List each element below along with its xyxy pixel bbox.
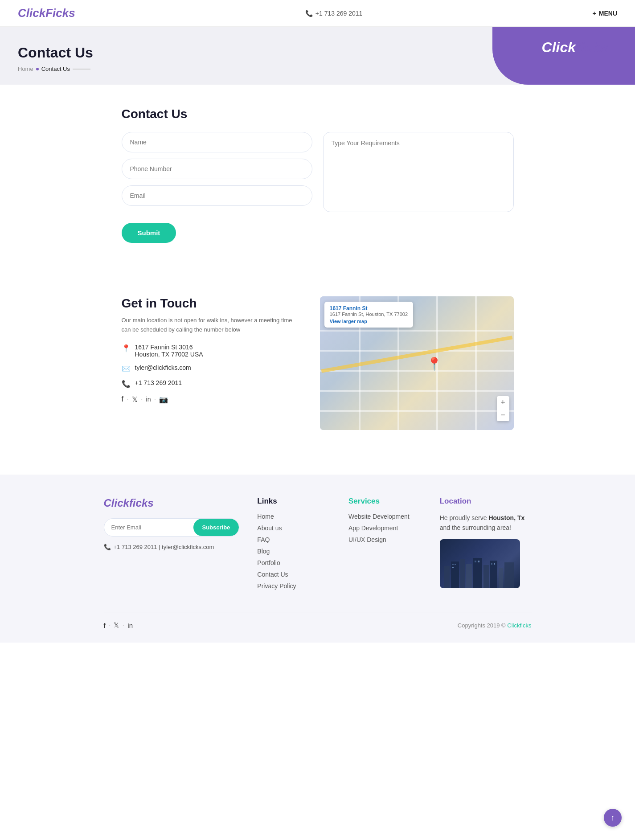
zoom-out-button[interactable]: − — [497, 409, 509, 421]
email-subscribe-form: Subscribe — [104, 518, 240, 537]
social-dot-3: • — [154, 397, 156, 402]
form-right — [323, 132, 514, 214]
footer-link-home[interactable]: Home — [257, 513, 331, 520]
footer-bottom-social: f • 𝕏 • in — [104, 621, 133, 629]
social-row: f • 𝕏 • in • 📷 — [122, 395, 298, 404]
footer-link-about[interactable]: About us — [257, 524, 331, 532]
contact-form-section: Contact Us Submit — [104, 85, 532, 265]
address-line2: Houston, TX 77002 USA — [135, 351, 203, 358]
svg-rect-3 — [466, 564, 472, 588]
map-popup: 1617 Fannin St 1617 Fannin St, Houston, … — [324, 302, 413, 328]
footer-logo: Clickficks — [104, 497, 240, 509]
footer-link-faq[interactable]: FAQ — [257, 536, 331, 543]
city-image — [440, 539, 520, 588]
subscribe-button[interactable]: Subscribe — [193, 519, 239, 536]
header-logo[interactable]: ClickFicks — [18, 6, 75, 20]
social-dot-2: • — [141, 397, 143, 402]
menu-button[interactable]: + MENU — [593, 10, 617, 17]
footer-service-web[interactable]: Website Development — [348, 513, 422, 520]
footer-copyright: Copyrights 2019 © Clickficks — [458, 622, 532, 629]
email-subscribe-input[interactable] — [104, 519, 193, 536]
svg-rect-8 — [504, 562, 514, 588]
email-input[interactable] — [122, 185, 312, 206]
map-area: 📍 1617 Fannin St 1617 Fannin St, Houston… — [320, 296, 514, 430]
phone-number[interactable]: +1 713 269 2011 — [135, 379, 182, 386]
contact-form-title: Contact Us — [122, 107, 514, 121]
svg-rect-6 — [490, 561, 497, 588]
phone-icon: 📞 — [305, 10, 313, 17]
submit-button[interactable]: Submit — [122, 223, 176, 243]
footer-link-blog[interactable]: Blog — [257, 548, 331, 555]
touch-description: Our main location is not open for walk i… — [122, 316, 298, 335]
get-in-touch-container: Get in Touch Our main location is not op… — [104, 274, 532, 452]
map-placeholder: 📍 1617 Fannin St 1617 Fannin St, Houston… — [320, 296, 514, 430]
footer-linkedin-icon[interactable]: in — [127, 622, 133, 629]
view-larger-map[interactable]: View larger map — [330, 319, 408, 324]
footer-link-privacy[interactable]: Privacy Policy — [257, 582, 331, 590]
phone-input[interactable] — [122, 159, 312, 179]
plus-icon: + — [593, 10, 596, 17]
form-left — [122, 132, 312, 206]
footer-social-dot-2: • — [123, 623, 124, 627]
svg-rect-1 — [451, 561, 459, 588]
phone-item: 📞 +1 713 269 2011 — [122, 379, 298, 388]
svg-rect-13 — [478, 561, 479, 562]
footer-brand-link[interactable]: Clickficks — [507, 622, 531, 629]
facebook-icon[interactable]: f — [122, 395, 123, 403]
svg-rect-11 — [452, 567, 454, 568]
breadcrumb-home[interactable]: Home — [18, 66, 33, 72]
instagram-icon[interactable]: 📷 — [159, 395, 168, 404]
header-phone: 📞 +1 713 269 2011 — [305, 10, 363, 17]
footer-services-title: Services — [348, 497, 422, 506]
svg-rect-0 — [444, 566, 450, 588]
svg-rect-9 — [452, 564, 454, 565]
email-item: ✉️ tyler@clickficks.com — [122, 364, 298, 373]
svg-rect-4 — [473, 558, 482, 588]
footer-links-title: Links — [257, 497, 331, 506]
linkedin-icon[interactable]: in — [146, 396, 151, 403]
phone-touch-icon: 📞 — [122, 380, 131, 388]
breadcrumb-separator — [36, 68, 39, 70]
breadcrumb-line — [73, 69, 90, 70]
svg-rect-14 — [491, 563, 492, 565]
header: ClickFicks 📞 +1 713 269 2011 + MENU — [0, 0, 635, 27]
location-icon: 📍 — [122, 344, 131, 352]
map-inner: 📍 1617 Fannin St 1617 Fannin St, Houston… — [320, 296, 514, 430]
footer-service-app[interactable]: App Development — [348, 524, 422, 532]
footer-location-col: Location He proudly serve Houston, Tx an… — [440, 497, 532, 594]
address-line1: 1617 Fannin St 3016 — [135, 344, 203, 351]
footer-phone-icon: 📞 — [104, 544, 111, 550]
social-dot-1: • — [127, 397, 128, 402]
zoom-in-button[interactable]: + — [497, 396, 509, 409]
footer-link-portfolio[interactable]: Portfolio — [257, 559, 331, 566]
footer-brand-col: Clickficks Subscribe 📞 +1 713 269 2011 |… — [104, 497, 240, 594]
email-address[interactable]: tyler@clickficks.com — [135, 364, 191, 371]
footer-links-col: Links Home About us FAQ Blog Portfolio C… — [257, 497, 331, 594]
twitter-icon[interactable]: 𝕏 — [132, 395, 138, 404]
footer-location-title: Location — [440, 497, 532, 506]
footer-twitter-icon[interactable]: 𝕏 — [114, 621, 119, 629]
hero-title: Contact Us — [18, 45, 617, 61]
footer-social-dot-1: • — [109, 623, 111, 627]
get-in-touch-section: Get in Touch Our main location is not op… — [0, 265, 635, 475]
footer-facebook-icon[interactable]: f — [104, 622, 106, 629]
svg-rect-10 — [455, 564, 456, 565]
breadcrumb: Home Contact Us — [18, 66, 617, 72]
hero-banner: Clickficks Contact Us Home Contact Us — [0, 27, 635, 85]
footer-contact-info: 📞 +1 713 269 2011 | tyler@clickficks.com — [104, 544, 240, 550]
svg-rect-5 — [483, 565, 489, 588]
requirements-textarea[interactable] — [323, 132, 514, 212]
svg-rect-2 — [460, 559, 465, 588]
footer-link-contact[interactable]: Contact Us — [257, 571, 331, 578]
svg-rect-12 — [475, 561, 476, 562]
svg-rect-7 — [499, 568, 503, 588]
address-item: 📍 1617 Fannin St 3016 Houston, TX 77002 … — [122, 344, 298, 358]
name-input[interactable] — [122, 132, 312, 152]
map-zoom-controls: + − — [497, 396, 509, 421]
svg-rect-15 — [494, 563, 495, 565]
footer-service-ux[interactable]: UI/UX Design — [348, 536, 422, 543]
breadcrumb-current: Contact Us — [41, 66, 70, 72]
footer: Clickficks Subscribe 📞 +1 713 269 2011 |… — [0, 475, 635, 643]
footer-bottom: f • 𝕏 • in Copyrights 2019 © Clickficks — [104, 612, 532, 629]
footer-top: Clickficks Subscribe 📞 +1 713 269 2011 |… — [104, 497, 532, 594]
